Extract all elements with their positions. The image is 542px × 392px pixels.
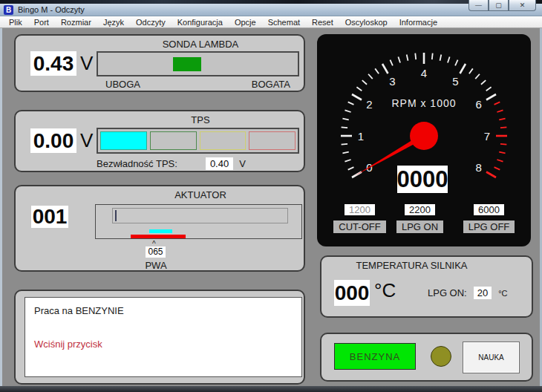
actuator-pwa-label: PWA (133, 260, 179, 271)
tps-segment-2 (150, 131, 197, 150)
svg-text:5: 5 (452, 75, 458, 88)
temperature-title: TEMPERATURA SILNIKA (321, 260, 502, 271)
menu-rozmiar[interactable]: Rozmiar (55, 17, 97, 27)
tps-bar (97, 128, 299, 154)
lambda-rich-label: BOGATA (252, 79, 290, 90)
menu-odczyty[interactable]: Odczyty (130, 17, 172, 27)
lpg-temp-row: LPG ON: 20 °C (428, 287, 508, 299)
lambda-bar-indicator (173, 57, 201, 71)
application-window: B Bingo M - Odczyty — ▢ ✕ Plik Port Rozm… (0, 0, 542, 392)
cutoff-threshold: 1200 CUT-OFF (324, 203, 395, 233)
status-message: Praca na BENZYNIE (34, 305, 293, 316)
menu-konfiguracja[interactable]: Konfiguracja (172, 17, 229, 27)
lpg-on-value: 2200 (405, 204, 435, 215)
svg-text:1: 1 (358, 130, 364, 143)
temperature-value: 000 (334, 280, 370, 306)
lpg-off-threshold: 6000 LPG OFF (460, 203, 518, 233)
tps-inertia-unit: V (239, 158, 246, 169)
rpm-gauge-panel: 012345678 RPM x 1000 0000 1200 CUT-OFF 2… (317, 34, 531, 246)
window-bottom-border (0, 386, 542, 392)
tps-inertia-row: Bezwładność TPS: 0.40 V (97, 157, 246, 170)
svg-text:7: 7 (484, 130, 490, 143)
tps-title: TPS (97, 114, 304, 125)
menu-plik[interactable]: Plik (3, 17, 28, 27)
rpm-digital-display: 0000 (397, 166, 448, 193)
app-icon: B (4, 5, 13, 15)
maximize-button[interactable]: ▢ (489, 0, 509, 11)
tps-segment-1 (100, 131, 147, 150)
lpg-temp-unit: °C (498, 289, 507, 298)
actuator-title: AKTUATOR (97, 189, 304, 200)
lambda-panel: SONDA LAMBDA 0.43 V UBOGA BOGATA (14, 34, 305, 92)
prompt-message: Wciśnij przycisk (34, 339, 293, 350)
lpg-temp-value: 20 (474, 287, 492, 299)
lambda-lean-label: UBOGA (105, 79, 140, 90)
tps-value: 0.00 (30, 128, 76, 153)
cutoff-label: CUT-OFF (333, 220, 385, 233)
fuel-panel: BENZYNA NAUKA (320, 333, 533, 382)
actuator-red-marker (131, 235, 186, 238)
menu-jezyk[interactable]: Język (97, 17, 130, 27)
fuel-mode-button[interactable]: BENZYNA (334, 343, 416, 370)
close-button[interactable]: ✕ (509, 0, 536, 11)
cutoff-value: 1200 (345, 204, 375, 215)
actuator-slider (112, 208, 288, 223)
lpg-temp-label: LPG ON: (428, 287, 467, 298)
lpg-off-value: 6000 (474, 204, 504, 215)
actuator-cursor (115, 210, 117, 221)
learn-button[interactable]: NAUKA (463, 342, 520, 373)
lambda-unit: V (80, 52, 93, 75)
client-area: SONDA LAMBDA 0.43 V UBOGA BOGATA TPS 0.0… (0, 28, 542, 386)
menu-reset[interactable]: Reset (306, 17, 339, 27)
tps-segment-4 (249, 131, 296, 150)
menu-informacje[interactable]: Informacje (394, 17, 443, 27)
menu-schemat[interactable]: Schemat (262, 17, 306, 27)
tps-inertia-label: Bezwładność TPS: (97, 158, 177, 169)
caption-buttons: — ▢ ✕ (468, 0, 536, 11)
svg-text:3: 3 (389, 75, 395, 88)
messages-box: Praca na BENZYNIE Wciśnij przycisk (25, 297, 302, 377)
actuator-value: 001 (31, 206, 68, 228)
menu-bar: Plik Port Rozmiar Język Odczyty Konfigur… (0, 16, 542, 28)
lambda-bar (97, 51, 299, 76)
rpm-gauge-label: RPM x 1000 (317, 97, 531, 109)
menu-port[interactable]: Port (28, 17, 55, 27)
actuator-cyan-marker (149, 229, 172, 233)
lpg-on-threshold: 2200 LPG ON (395, 203, 445, 233)
lpg-on-label: LPG ON (396, 220, 443, 233)
menu-oscyloskop[interactable]: Oscyloskop (339, 17, 394, 27)
lambda-title: SONDA LAMBDA (97, 39, 304, 50)
svg-text:4: 4 (421, 67, 427, 79)
menu-opcje[interactable]: Opcje (229, 17, 262, 27)
actuator-track (95, 204, 302, 239)
tps-inertia-value: 0.40 (206, 157, 233, 170)
actuator-panel: AKTUATOR 001 ^ 065 PWA (14, 185, 305, 272)
title-bar[interactable]: B Bingo M - Odczyty (0, 4, 542, 16)
tps-segment-3 (200, 131, 246, 150)
temperature-unit: °C (374, 279, 396, 302)
minimize-button[interactable]: — (468, 0, 489, 11)
lambda-scale-labels: UBOGA BOGATA (97, 79, 299, 90)
temperature-panel: TEMPERATURA SILNIKA 000 °C LPG ON: 20 °C (320, 255, 533, 318)
svg-text:8: 8 (475, 161, 481, 174)
lpg-off-label: LPG OFF (463, 220, 515, 233)
lambda-value: 0.43 (30, 51, 76, 76)
tps-unit: V (80, 129, 93, 152)
window-title: Bingo M - Odczyty (18, 5, 85, 14)
messages-panel: Praca na BENZYNIE Wciśnij przycisk (14, 290, 305, 385)
status-led (431, 346, 451, 367)
actuator-pointer-value: 065 (146, 246, 166, 258)
tps-panel: TPS 0.00 V Bezwładność TPS: 0.40 V (14, 110, 305, 172)
